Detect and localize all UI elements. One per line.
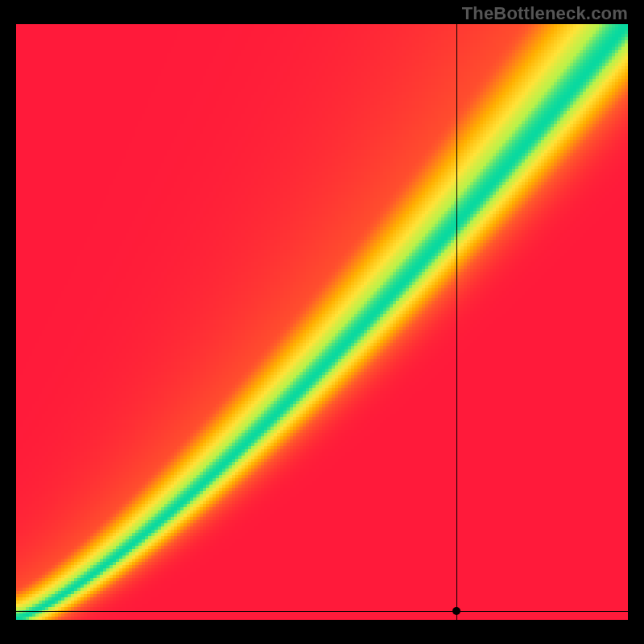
watermark-text: TheBottleneck.com [462,3,628,24]
chart-frame: TheBottleneck.com [0,0,644,644]
crosshair-horizontal [16,611,628,612]
crosshair-vertical [456,24,457,620]
marker-dot [452,607,460,615]
bottleneck-heatmap [16,24,628,620]
